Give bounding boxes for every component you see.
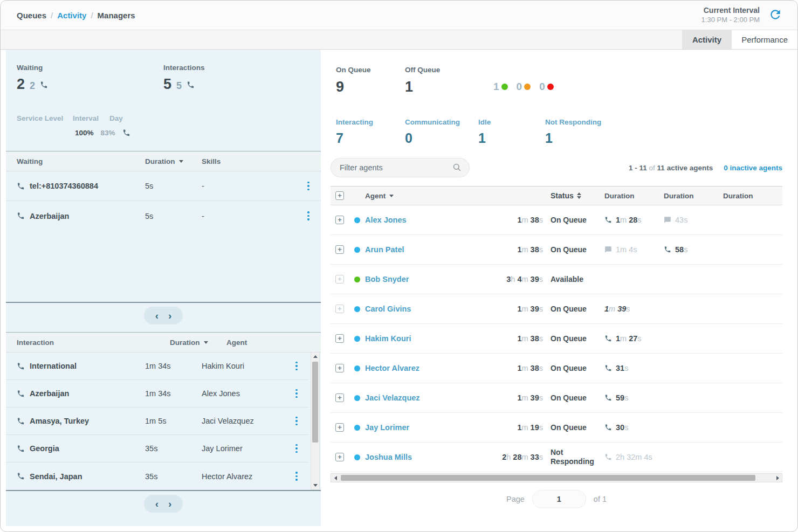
expand-row-icon[interactable]: +: [335, 305, 344, 313]
interaction-duration: 1m 34s: [145, 362, 171, 370]
phone-icon: [604, 364, 612, 372]
agent-name-link[interactable]: Hakim Kouri: [365, 334, 411, 343]
row-menu-icon[interactable]: [305, 209, 312, 223]
presence-count: 0: [539, 81, 554, 93]
phone-icon: [40, 81, 48, 89]
skills-col-header[interactable]: Skills: [202, 157, 296, 165]
scroll-up-arrow[interactable]: [311, 353, 319, 361]
row-menu-icon[interactable]: [293, 469, 300, 483]
expand-row-icon[interactable]: +: [335, 334, 344, 343]
activity-stat-not-responding: Not Responding1: [545, 118, 601, 146]
duration-col-header[interactable]: Duration: [723, 192, 782, 200]
agent-status: On Queue: [551, 393, 604, 403]
interaction-row: Georgia35sJay Lorimer: [6, 435, 309, 462]
expand-row-icon[interactable]: +: [335, 423, 344, 432]
service-level-section: Service Level Interval Day 100% 83%: [6, 114, 321, 137]
agent-status-dot-icon: [354, 336, 360, 342]
agent-name-link[interactable]: Arun Patel: [365, 245, 404, 254]
interval-range: 1:30 PM - 2:00 PM: [701, 16, 760, 24]
duration-col-header[interactable]: Duration: [604, 192, 664, 200]
waiting-table-pager: ‹ ›: [6, 307, 321, 324]
inactive-agents-link[interactable]: 0 inactive agents: [724, 164, 782, 172]
agent-name-link[interactable]: Joshua Mills: [365, 453, 412, 461]
phone-icon: [17, 417, 25, 425]
page-label: Page: [506, 495, 525, 503]
agent-status: On Queue: [551, 305, 604, 314]
agent-name-link[interactable]: Bob Snyder: [365, 275, 409, 284]
expand-row-icon[interactable]: +: [335, 364, 344, 372]
phone-icon: [17, 362, 25, 370]
activity-stat-communicating: Communicating0: [405, 118, 473, 146]
tab-activity[interactable]: Activity: [682, 30, 731, 49]
agent-col-header[interactable]: Agent: [365, 192, 394, 200]
agent-status: On Queue: [551, 334, 604, 343]
search-icon: [452, 162, 462, 175]
breadcrumb-activity[interactable]: Activity: [57, 11, 86, 20]
skills-value: -: [202, 212, 204, 220]
phone-icon: [122, 129, 130, 137]
duration-col-header[interactable]: Duration: [145, 157, 202, 165]
tab-performance[interactable]: Performance: [731, 30, 797, 49]
agent-name-link[interactable]: Jay Lorimer: [365, 423, 409, 432]
prev-page-button[interactable]: ‹: [154, 499, 160, 509]
interaction-row: Amasya, Turkey1m 5sJaci Velazquez: [6, 407, 309, 435]
agent-name-link[interactable]: Hector Alvarez: [365, 364, 419, 372]
interactions-sub-value: 5: [176, 80, 182, 92]
phone-icon: [664, 246, 671, 253]
scrollbar-thumb[interactable]: [312, 362, 318, 443]
prev-page-button[interactable]: ‹: [154, 310, 160, 321]
interaction-col-header[interactable]: Interaction: [6, 338, 170, 347]
expand-all-icon[interactable]: +: [335, 191, 344, 200]
waiting-stat: Waiting 2 2: [17, 64, 163, 93]
scroll-down-arrow[interactable]: [311, 481, 319, 489]
breadcrumb-queues[interactable]: Queues: [17, 11, 46, 20]
phone-icon: [17, 472, 25, 480]
interaction-name: Amasya, Turkey: [30, 417, 89, 425]
agent-status-dot-icon: [354, 247, 360, 253]
next-page-button[interactable]: ›: [167, 310, 173, 321]
duration-col-header[interactable]: Duration: [664, 192, 723, 200]
refresh-button[interactable]: [767, 7, 783, 23]
filter-agents-field: [331, 158, 470, 177]
next-page-button[interactable]: ›: [167, 499, 173, 509]
agent-name-link[interactable]: Alex Jones: [365, 216, 407, 224]
page-number-input[interactable]: [532, 490, 586, 508]
row-menu-icon[interactable]: [305, 179, 312, 193]
waiting-col-header[interactable]: Waiting: [6, 157, 145, 165]
status-col-header[interactable]: Status: [551, 191, 604, 201]
top-bar: Queues / Activity / Managers Current Int…: [1, 1, 797, 30]
agent-col-header[interactable]: Agent: [226, 338, 321, 347]
horizontal-scrollbar[interactable]: [331, 473, 782, 482]
row-menu-icon[interactable]: [293, 360, 300, 373]
filter-agents-input[interactable]: [331, 158, 470, 177]
interaction-name: Sendai, Japan: [30, 472, 82, 481]
activity-stat-interacting: Interacting7: [336, 118, 400, 146]
duration-col-header[interactable]: Duration: [170, 338, 226, 347]
agent-name-link[interactable]: Carol Givins: [365, 305, 411, 313]
expand-row-icon[interactable]: +: [335, 453, 344, 461]
interaction-row: Sendai, Japan35sHector Alvarez: [6, 462, 309, 490]
agent-status-dot-icon: [354, 217, 360, 223]
expand-row-icon[interactable]: +: [335, 393, 344, 402]
scroll-left-arrow[interactable]: [331, 476, 340, 480]
expand-row-icon[interactable]: +: [335, 216, 344, 224]
vertical-scrollbar[interactable]: [311, 352, 320, 490]
row-menu-icon[interactable]: [293, 442, 300, 455]
interaction-name: Georgia: [30, 444, 59, 453]
agent-row: +Jaci Velazquez1m 39sOn Queue59s: [331, 383, 782, 413]
service-level-label: Service Level: [17, 114, 63, 122]
row-menu-icon[interactable]: [293, 414, 300, 428]
on-queue-stat: On Queue 9: [336, 66, 400, 95]
activity-stat-idle: Idle1: [478, 118, 540, 146]
on-queue-value: 9: [336, 79, 344, 95]
agent-row: +Joshua Mills2h 28m 33sNot Responding2h …: [331, 443, 782, 472]
phone-icon: [17, 445, 25, 453]
expand-row-icon[interactable]: +: [335, 245, 344, 254]
agent-status-dot-icon: [354, 365, 360, 371]
agent-name-link[interactable]: Jaci Velazquez: [365, 393, 420, 402]
expand-row-icon[interactable]: +: [335, 275, 344, 284]
agent-status: On Queue: [551, 364, 604, 373]
row-menu-icon[interactable]: [293, 387, 300, 400]
scroll-right-arrow[interactable]: [773, 476, 782, 480]
scrollbar-thumb[interactable]: [341, 475, 755, 481]
